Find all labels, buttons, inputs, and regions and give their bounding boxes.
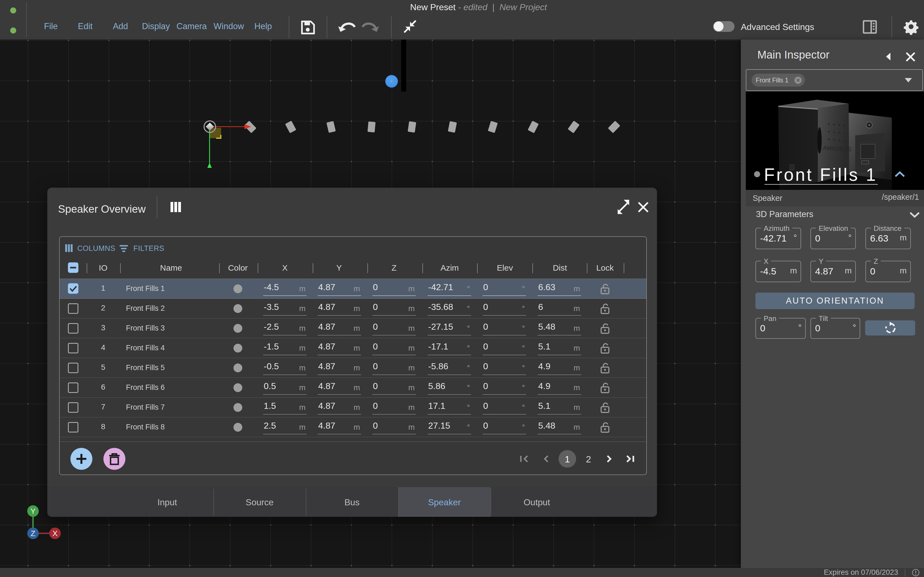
svg-text:2: 2 [586,454,591,464]
svg-text:Y: Y [31,507,36,516]
svg-text:Z: Z [31,529,35,538]
svg-text:X: X [53,529,58,538]
svg-text:1: 1 [565,454,570,464]
